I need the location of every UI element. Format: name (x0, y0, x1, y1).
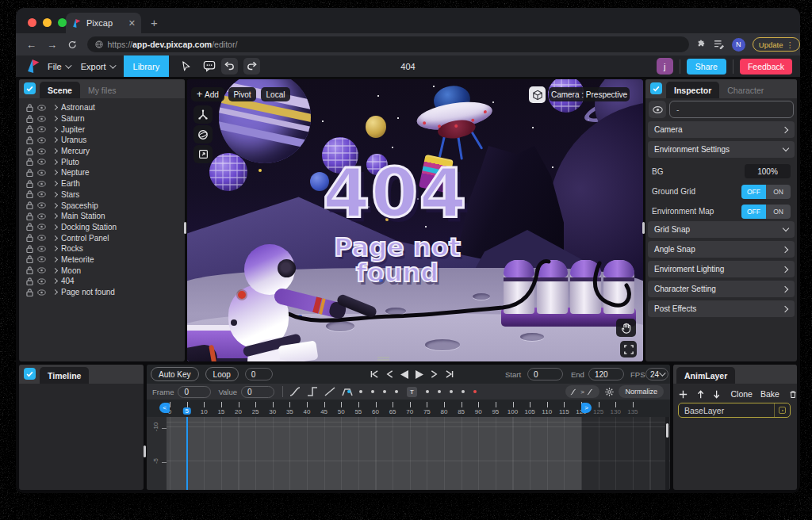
view-cube-button[interactable] (529, 86, 546, 103)
lock-icon[interactable] (26, 277, 33, 285)
inspector-section-camera[interactable]: Camera (648, 121, 795, 138)
scene-tree-row[interactable]: Pluto (19, 156, 185, 167)
range-start-marker[interactable]: < (159, 403, 170, 413)
eye-icon[interactable] (37, 289, 46, 296)
eye-icon[interactable] (37, 256, 46, 262)
viewport-panel[interactable]: 404 Page not found (187, 79, 643, 361)
keyframe-dot[interactable] (462, 390, 465, 393)
expand-chevron-icon[interactable] (52, 159, 58, 165)
lock-icon[interactable] (26, 266, 33, 274)
local-button[interactable]: Local (261, 87, 290, 101)
lock-icon[interactable] (26, 147, 33, 155)
close-window-button[interactable] (28, 18, 36, 27)
linear-curve-icon[interactable] (324, 387, 335, 396)
object-name-field[interactable]: - (669, 101, 794, 118)
gear-icon[interactable] (604, 387, 615, 397)
keyframe-dot[interactable] (383, 390, 386, 393)
timeline-graph[interactable]: -10-50 (147, 417, 670, 490)
keyframe-dot[interactable] (426, 390, 429, 393)
scene-tree-row[interactable]: Jupiter (19, 124, 185, 135)
eye-icon[interactable] (37, 170, 46, 176)
expand-chevron-icon[interactable] (52, 181, 58, 186)
eye-icon[interactable] (37, 213, 46, 220)
tab-scene[interactable]: Scene (40, 82, 80, 98)
keyframe-dot[interactable] (473, 390, 477, 393)
scene-tree-row[interactable]: Control Panel (19, 232, 185, 243)
clone-layer-button[interactable]: Clone (731, 389, 753, 399)
scene-disco-sphere[interactable] (209, 153, 247, 191)
tab-inspector[interactable]: Inspector (666, 82, 719, 98)
keyframe-dot[interactable] (395, 390, 398, 393)
range-end-marker[interactable]: > (581, 403, 592, 413)
timeline-scrollbar[interactable] (665, 417, 669, 490)
eye-icon[interactable] (37, 235, 46, 241)
expand-chevron-icon[interactable] (52, 257, 58, 262)
keyframe-dot[interactable] (347, 390, 350, 393)
scene-tree-row[interactable]: Docking Station (19, 222, 185, 233)
lock-icon[interactable] (26, 104, 33, 112)
keyframe-dot[interactable] (359, 390, 362, 393)
window-controls[interactable] (28, 18, 67, 27)
expand-chevron-icon[interactable] (52, 235, 58, 241)
expand-chevron-icon[interactable] (52, 278, 58, 284)
skip-end-icon[interactable] (445, 370, 454, 378)
end-input[interactable]: 120 (588, 368, 624, 380)
keyframe-dot[interactable] (438, 390, 441, 393)
tab-animlayer[interactable]: AnimLayer (676, 367, 735, 384)
minimize-window-button[interactable] (43, 18, 52, 27)
scene-tree-row[interactable]: Rocks (19, 243, 185, 254)
lock-icon[interactable] (26, 212, 33, 220)
frame-input[interactable]: 0 (178, 386, 211, 398)
scene-tree-row[interactable]: Stars (19, 189, 185, 201)
inspector-section-angle-snap[interactable]: Angle Snap (648, 241, 795, 258)
extensions-icon[interactable] (696, 40, 707, 50)
panel-resize-handle[interactable] (144, 445, 146, 457)
scene-astronaut[interactable] (217, 242, 400, 361)
inspector-section-character-setting[interactable]: Character Setting (648, 281, 795, 297)
expand-chevron-icon[interactable] (52, 213, 58, 219)
update-button[interactable]: Update⋮ (753, 37, 800, 52)
scene-tree-row[interactable]: Uranus (19, 135, 185, 146)
skip-start-icon[interactable] (370, 370, 379, 378)
scene-tree-row[interactable]: Earth (19, 178, 185, 189)
auto-key-button[interactable]: Auto Key (151, 367, 199, 381)
lock-icon[interactable] (26, 125, 33, 133)
value-input[interactable]: 0 (241, 386, 274, 398)
animlayer-baselayer-row[interactable]: BaseLayer (678, 403, 791, 418)
expand-chevron-icon[interactable] (52, 148, 58, 154)
expand-chevron-icon[interactable] (52, 202, 58, 208)
visibility-eye-button[interactable] (649, 101, 666, 118)
move-tool-button[interactable] (193, 105, 213, 124)
expand-chevron-icon[interactable] (52, 127, 58, 132)
timeline-checkbox[interactable] (24, 368, 36, 380)
eye-icon[interactable] (37, 137, 46, 143)
share-button[interactable]: Share (687, 59, 726, 75)
lock-icon[interactable] (26, 190, 33, 198)
forward-icon[interactable]: → (47, 39, 57, 51)
inspector-section-post-effects[interactable]: Post Effects (648, 300, 795, 317)
inspector-checkbox[interactable] (650, 82, 662, 94)
scene-tree-row[interactable]: Moon (19, 265, 185, 276)
scene-tree-row[interactable]: Saturn (19, 113, 185, 124)
inspector-section-grid-snap[interactable]: Grid Snap (648, 221, 795, 238)
toggle-switch[interactable]: OFFON (741, 205, 791, 219)
reload-icon[interactable] (67, 40, 78, 50)
keyframe-dot[interactable] (450, 390, 453, 393)
scene-tree-row[interactable]: Page not found (19, 287, 185, 298)
eye-icon[interactable] (37, 202, 46, 208)
normalize-button[interactable]: Normalize (619, 385, 664, 398)
feedback-button[interactable]: Feedback (740, 59, 792, 75)
expand-chevron-icon[interactable] (52, 268, 58, 273)
fps-select[interactable]: 24 (645, 368, 668, 380)
fullscreen-button[interactable] (620, 341, 637, 358)
new-tab-button[interactable]: + (151, 16, 158, 29)
lock-icon[interactable] (26, 115, 33, 123)
expand-chevron-icon[interactable] (52, 105, 58, 110)
expand-chevron-icon[interactable] (52, 170, 58, 175)
panel-resize-handle[interactable] (642, 222, 645, 234)
layer-lock-icon[interactable] (779, 407, 786, 414)
eye-icon[interactable] (37, 181, 46, 187)
move-layer-down-icon[interactable] (713, 389, 720, 400)
eye-icon[interactable] (37, 105, 46, 111)
rotate-tool-button[interactable] (193, 125, 213, 143)
